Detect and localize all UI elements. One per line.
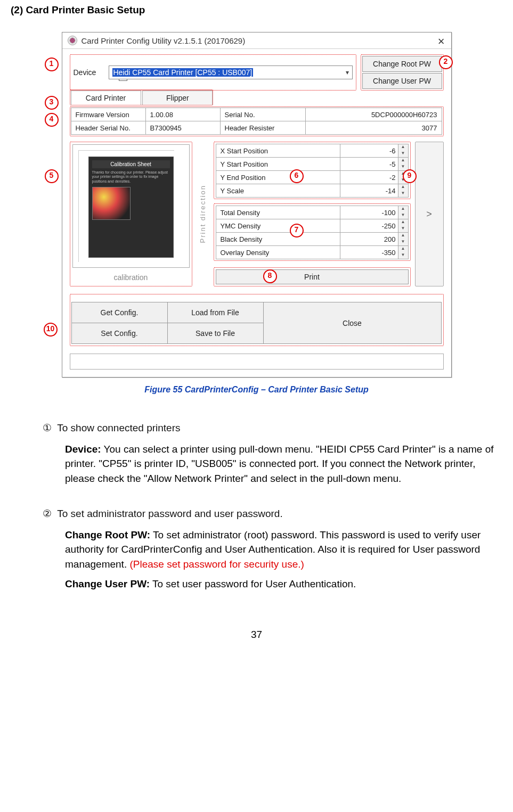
swirl-image bbox=[92, 187, 131, 220]
app-icon bbox=[68, 36, 77, 45]
marker-1: 1 bbox=[45, 58, 59, 71]
enum-1-number: ① bbox=[43, 422, 52, 433]
marker-4: 4 bbox=[45, 113, 59, 127]
save-to-file-button[interactable]: Save to File bbox=[167, 323, 264, 344]
chevron-down-icon: ▾ bbox=[346, 69, 349, 76]
figure-caption: Figure 55 CardPrinterConfig – Card Print… bbox=[11, 385, 502, 395]
device-value: Heidi CP55 Card Printer [CP55 : USB007] bbox=[112, 68, 254, 77]
sn-label: Serial No. bbox=[220, 108, 306, 121]
spinner[interactable]: ▲▼ bbox=[398, 144, 409, 158]
enum-1-title: To show connected printers bbox=[57, 422, 180, 433]
marker-7: 7 bbox=[290, 224, 304, 237]
y-end-value[interactable]: -2 bbox=[340, 170, 398, 184]
enum-2-number: ② bbox=[43, 508, 52, 519]
spinner[interactable]: ▲▼ bbox=[398, 219, 409, 233]
total-density-label: Total Density bbox=[216, 206, 340, 219]
y-end-label: Y End Position bbox=[216, 170, 340, 184]
black-density-value[interactable]: 200 bbox=[340, 232, 398, 246]
fw-value: 1.00.08 bbox=[145, 108, 221, 121]
load-from-file-button[interactable]: Load from File bbox=[167, 302, 264, 323]
y-start-value[interactable]: -5 bbox=[340, 157, 398, 171]
spinner[interactable]: ▲▼ bbox=[398, 245, 409, 259]
position-params: X Start Position-6▲▼ Y Start Position-5▲… bbox=[214, 142, 411, 199]
fw-label: Firmware Version bbox=[71, 108, 146, 121]
page-number: 37 bbox=[11, 629, 502, 641]
device-select[interactable]: Heidi CP55 Card Printer [CP55 : USB007] … bbox=[109, 65, 353, 79]
marker-10: 10 bbox=[44, 323, 58, 337]
total-density-value[interactable]: -100 bbox=[340, 206, 398, 219]
calibration-sheet-text: Thanks for choosing our printer. Please … bbox=[92, 170, 170, 184]
tab-card-printer[interactable]: Card Printer bbox=[71, 91, 141, 105]
titlebar: Card Printer Config Utility v2.1.5.1 (20… bbox=[62, 32, 451, 49]
close-button[interactable]: Close bbox=[263, 302, 442, 344]
marker-8: 8 bbox=[263, 269, 277, 283]
marker-9: 9 bbox=[403, 169, 417, 183]
marker-2: 2 bbox=[439, 55, 453, 69]
enum-1-device-label: Device: bbox=[65, 444, 101, 455]
enum-2-user-text: To set user password for User Authentica… bbox=[150, 578, 356, 589]
print-direction-label: Print direction bbox=[199, 185, 207, 243]
y-scale-value[interactable]: -14 bbox=[340, 184, 398, 198]
marker-5: 5 bbox=[45, 169, 59, 183]
tab-flipper[interactable]: Flipper bbox=[142, 91, 213, 105]
enum-2-root-label: Change Root PW: bbox=[65, 529, 150, 540]
density-params: Total Density-100▲▼ YMC Density-250▲▼ Bl… bbox=[214, 203, 411, 261]
overlay-density-label: Overlay Density bbox=[216, 245, 340, 259]
x-start-label: X Start Position bbox=[216, 144, 340, 158]
spinner[interactable]: ▲▼ bbox=[398, 232, 409, 246]
ymc-density-value[interactable]: -250 bbox=[340, 219, 398, 233]
y-scale-label: Y Scale bbox=[216, 184, 340, 198]
hsn-label: Header Serial No. bbox=[71, 121, 146, 135]
x-start-value[interactable]: -6 bbox=[340, 144, 398, 158]
hr-label: Header Resister bbox=[220, 121, 306, 135]
close-icon[interactable]: × bbox=[438, 35, 445, 48]
black-density-label: Black Density bbox=[216, 232, 340, 246]
calibration-preview: Calibration Sheet Thanks for choosing ou… bbox=[72, 144, 190, 268]
ymc-density-label: YMC Density bbox=[216, 219, 340, 233]
enum-2-user-label: Change User PW: bbox=[65, 578, 150, 589]
overlay-density-value[interactable]: -350 bbox=[340, 245, 398, 259]
calibration-label: calibration bbox=[72, 268, 190, 283]
get-config-button[interactable]: Get Config. bbox=[71, 302, 168, 323]
enum-2-title: To set administrator password and user p… bbox=[57, 508, 282, 519]
enum-1-text: You can select a printer using pull-down… bbox=[65, 444, 494, 484]
spinner[interactable]: ▲▼ bbox=[398, 206, 409, 219]
y-start-label: Y Start Position bbox=[216, 157, 340, 171]
spinner[interactable]: ▲▼ bbox=[398, 157, 409, 171]
window-title: Card Printer Config Utility v2.1.5.1 (20… bbox=[82, 36, 246, 45]
change-root-pw-button[interactable]: Change Root PW bbox=[362, 56, 442, 72]
calibration-sheet-title: Calibration Sheet bbox=[92, 160, 170, 168]
device-label: Device bbox=[74, 68, 104, 77]
set-config-button[interactable]: Set Config. bbox=[71, 323, 168, 344]
print-button[interactable]: Print bbox=[216, 269, 409, 284]
enum-2-root-warning: (Please set password for security use.) bbox=[129, 559, 304, 570]
hsn-value: B7300945 bbox=[145, 121, 221, 135]
marker-6: 6 bbox=[290, 169, 304, 183]
section-heading: (2) Card Printer Basic Setup bbox=[11, 4, 502, 16]
status-bar bbox=[70, 354, 444, 370]
spinner[interactable]: ▲▼ bbox=[398, 184, 409, 198]
app-window: Card Printer Config Utility v2.1.5.1 (20… bbox=[62, 32, 452, 378]
expand-button[interactable]: > bbox=[415, 142, 444, 286]
info-grid: Firmware Version 1.00.08 Serial No. 5DCP… bbox=[71, 108, 442, 135]
marker-3: 3 bbox=[45, 96, 59, 110]
change-user-pw-button[interactable]: Change User PW bbox=[362, 73, 442, 89]
hr-value: 3077 bbox=[305, 121, 442, 135]
sn-value: 5DCP000000H60723 bbox=[305, 108, 442, 121]
